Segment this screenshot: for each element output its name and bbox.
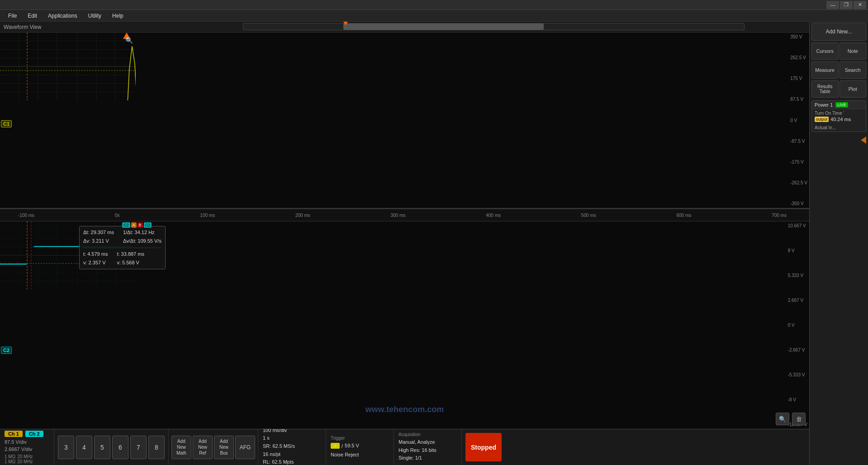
- num-btn-7[interactable]: 7: [130, 436, 147, 459]
- left-arrow-icon: [861, 136, 866, 144]
- add-bus-label: Add: [220, 438, 228, 444]
- time-label-300: 300 ms: [391, 213, 406, 218]
- num-btn-5[interactable]: 5: [94, 436, 110, 459]
- cursors-note-row: Cursors Note: [811, 42, 866, 60]
- ch1-scale-175: 175 V: [790, 76, 807, 81]
- output-badge: output: [815, 117, 829, 122]
- ch2-scale-neg533: -5.333 V: [788, 372, 807, 377]
- time-label-600: 600 ms: [676, 213, 691, 218]
- power1-label: Power 1: [815, 102, 833, 108]
- cursor-delta-v: Δv: 3.211 V: [83, 237, 114, 245]
- ch1-coupling: 1 MΩ: [5, 454, 15, 459]
- menu-file[interactable]: File: [4, 11, 21, 20]
- ch2-vdiv: 2.6667 V/div: [5, 446, 49, 453]
- measure-search-row: Measure Search: [811, 61, 866, 79]
- add-bus-label2: New: [219, 444, 228, 450]
- run-stop-button[interactable]: Stopped: [465, 433, 502, 461]
- add-math-button[interactable]: Add New Math: [171, 436, 191, 459]
- add-ref-label: Add: [199, 438, 207, 444]
- time-label-500: 500 ms: [581, 213, 596, 218]
- trigger-title: Trigger: [331, 436, 389, 441]
- num-btn-3[interactable]: 3: [58, 436, 74, 459]
- num-btn-8[interactable]: 8: [148, 436, 165, 459]
- ch1-vdiv: 87.5 V/div: [5, 438, 49, 446]
- ch1-waveform-view[interactable]: 🔍 C1 350 V 262.5 V 175 V 87.5 V 0 V -87.…: [0, 33, 809, 209]
- ch1-y-scale: 350 V 262.5 V 175 V 87.5 V 0 V -87.5 V -…: [790, 33, 807, 208]
- ch1-scale-neg262: -262.5 V: [790, 180, 807, 185]
- trigger-slope-icon: /: [342, 443, 343, 449]
- cursor-inv-delta-t: 1/Δt: 34.12 Hz: [123, 228, 161, 237]
- add-bus-button[interactable]: Add New Bus: [214, 436, 234, 459]
- time-label-100: 100 ms: [200, 213, 215, 218]
- ch2-scale-533: 5.333 V: [788, 273, 807, 278]
- ch1-badge[interactable]: Ch 1: [5, 431, 23, 437]
- time-axis: -100 ms 0s 100 ms 200 ms 300 ms 400 ms 5…: [0, 209, 809, 221]
- time-label-200: 200 ms: [295, 213, 310, 218]
- menu-help[interactable]: Help: [108, 11, 128, 20]
- ch2-badge-inline[interactable]: Ch 2: [25, 431, 43, 437]
- cursors-button[interactable]: Cursors: [811, 42, 839, 60]
- add-math-label2: New: [177, 444, 186, 450]
- ch1-scale-neg350: -350 V: [790, 201, 807, 206]
- arrow-indicator: [811, 136, 866, 145]
- acquisition-section: Acquisition Manual, Analyze High Res: 16…: [394, 429, 462, 465]
- ch2-scale-8: 8 V: [788, 248, 807, 253]
- horizontal-mpts: RL: 62.5 Mpts: [263, 458, 321, 465]
- scroll-bar-container[interactable]: [243, 23, 745, 30]
- menu-bar: File Edit Applications Utility Help: [0, 10, 868, 22]
- tag-c2-left: C2: [122, 222, 130, 228]
- ch2-scale-0: 0 V: [788, 323, 807, 328]
- zoom-button[interactable]: 🔍: [776, 413, 789, 425]
- measure-button[interactable]: Measure: [811, 61, 839, 79]
- num-btn-6[interactable]: 6: [112, 436, 128, 459]
- main-area: Waveform View: [0, 22, 868, 465]
- watermark: www.tehencom.com: [365, 405, 444, 414]
- acquisition-high-res: High Res: 16 bits: [398, 446, 457, 455]
- cursor-b-v: v: 5.568 V: [117, 258, 144, 267]
- ch1-bw: 20 MHz: [17, 454, 33, 459]
- ch2-scale-neg8: -8 V: [788, 397, 807, 402]
- title-bar: — ❐ ✕: [0, 0, 868, 10]
- right-panel: Add New... Cursors Note Measure Search R…: [809, 22, 868, 465]
- acquisition-mode: Manual, Analyze: [398, 438, 457, 446]
- titlebar-controls: — ❐ ✕: [826, 1, 866, 9]
- horizontal-sr: SR: 62.5 MS/s: [263, 442, 321, 451]
- note-button[interactable]: Note: [840, 42, 867, 60]
- waveform-view-title: Waveform View: [4, 24, 41, 30]
- menu-edit[interactable]: Edit: [23, 11, 42, 20]
- delete-button[interactable]: 🗑: [792, 413, 806, 425]
- ch1-scale-neg175: -175 V: [790, 160, 807, 164]
- ch1-info: Ch 1 Ch 2 87.5 V/div 2.6667 V/div 1 MΩ 2…: [0, 429, 54, 465]
- trigger-noise-reject: Noise Reject: [331, 451, 389, 459]
- search-button[interactable]: Search: [840, 61, 867, 79]
- afg-button[interactable]: AFG: [235, 436, 255, 459]
- minimize-button[interactable]: —: [826, 1, 839, 9]
- num-btn-4[interactable]: 4: [76, 436, 92, 459]
- trigger-voltage: 59.5 V: [345, 442, 359, 450]
- channel-number-buttons: 3 4 5 6 7 8: [54, 429, 169, 465]
- close-button[interactable]: ✕: [854, 1, 866, 9]
- add-new-button[interactable]: Add New...: [811, 23, 866, 41]
- actual-in-label: Actual In...: [815, 125, 836, 130]
- cursor-b-t: t: 33.887 ms: [117, 250, 144, 258]
- add-ref-button[interactable]: Add New Ref: [193, 436, 213, 459]
- ch1-grid: 🔍: [0, 33, 136, 100]
- menu-utility[interactable]: Utility: [84, 11, 106, 20]
- actual-in-row[interactable]: Actual In...: [812, 123, 866, 132]
- results-table-button[interactable]: Results Table: [811, 80, 839, 98]
- scroll-thumb: [343, 23, 544, 30]
- restore-button[interactable]: ❐: [840, 1, 853, 9]
- live-badge: LIVE: [835, 102, 848, 108]
- cursor-tooltip: Δt: 29.307 ms Δv: 3.211 V 1/Δt: 34.12 Hz…: [79, 226, 166, 269]
- ch2-waveform-view[interactable]: C2 Δt: 29.307 ms Δv: 3.211 V 1/Δt: 34.12…: [0, 221, 809, 429]
- ch2-coupling: 1 MΩ: [5, 459, 15, 464]
- time-label-700: 700 ms: [772, 213, 787, 218]
- acquisition-title: Acquisition: [398, 432, 457, 437]
- menu-applications[interactable]: Applications: [43, 11, 82, 20]
- add-math-label3: Math: [176, 450, 186, 456]
- add-bus-label3: Bus: [220, 450, 228, 456]
- horizontal-res: 16 ns/pt: [263, 451, 321, 459]
- plot-button[interactable]: Plot: [840, 80, 867, 98]
- cursor-delta-v-over-t: Δv/Δt: 109.55 V/s: [123, 237, 161, 245]
- ch2-y-scale: 10.667 V 8 V 5.333 V 2.667 V 0 V -2.667 …: [788, 221, 807, 429]
